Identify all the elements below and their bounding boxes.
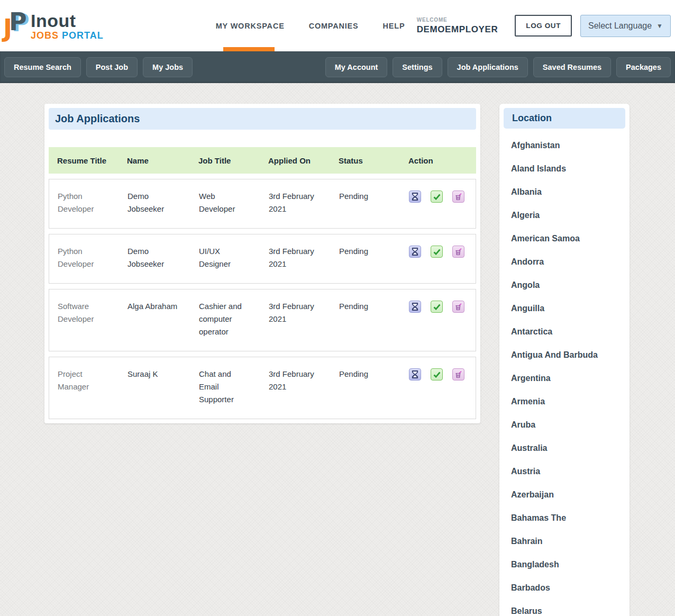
pending-hourglass-icon[interactable] xyxy=(409,368,421,381)
table-row: Software Developer Alga Abraham Cashier … xyxy=(49,289,476,351)
delete-trash-icon[interactable] xyxy=(452,368,464,381)
location-item-afghanistan[interactable]: Afghanistan xyxy=(504,134,625,157)
logout-button[interactable]: LOG OUT xyxy=(515,15,572,37)
location-item-angola[interactable]: Angola xyxy=(504,274,625,297)
logo-j: J xyxy=(3,16,12,40)
col-header-status: Status xyxy=(330,156,402,165)
location-item-andorra[interactable]: Andorra xyxy=(504,250,625,274)
resume-title-link[interactable]: Python Developer xyxy=(49,245,119,270)
post-job-button[interactable]: Post Job xyxy=(86,57,138,77)
delete-trash-icon[interactable] xyxy=(452,301,464,313)
logo-sub-portal: PORTAL xyxy=(62,30,104,41)
job-title: UI/UX Designer xyxy=(190,245,260,270)
location-list: Afghanistan Aland Islands Albania Algeri… xyxy=(504,129,625,616)
location-item-azerbaijan[interactable]: Azerbaijan xyxy=(504,483,625,506)
trash-icon xyxy=(455,248,462,256)
check-icon xyxy=(433,372,441,378)
status-text: Pending xyxy=(331,300,403,313)
location-item-austria[interactable]: Austria xyxy=(504,460,625,483)
pending-hourglass-icon[interactable] xyxy=(409,246,421,258)
my-account-button[interactable]: My Account xyxy=(325,57,388,77)
location-item-aland-islands[interactable]: Aland Islands xyxy=(504,157,625,180)
settings-button[interactable]: Settings xyxy=(393,57,442,77)
applied-on-date: 3rd February 2021 xyxy=(260,245,331,270)
delete-trash-icon[interactable] xyxy=(452,246,464,258)
chevron-down-icon: ▼ xyxy=(656,22,663,30)
location-title-bar: Location xyxy=(504,108,625,129)
nav-my-workspace[interactable]: MY WORKSPACE xyxy=(216,0,285,51)
location-item-anguilla[interactable]: Anguilla xyxy=(504,297,625,320)
col-header-resume-title: Resume Title xyxy=(49,156,118,165)
resume-title-link[interactable]: Python Developer xyxy=(49,190,119,215)
applicant-name: Demo Jobseeker xyxy=(119,245,190,270)
resume-title-link[interactable]: Software Developer xyxy=(49,300,119,325)
logo-name: Inout xyxy=(31,12,104,30)
table-row: Python Developer Demo Jobseeker UI/UX De… xyxy=(49,234,476,284)
applied-on-date: 3rd February 2021 xyxy=(260,368,331,393)
job-title: Cashier and computer operator xyxy=(190,300,260,338)
toolbar-navbar: Resume Search Post Job My Jobs My Accoun… xyxy=(0,51,675,83)
location-item-bahrain[interactable]: Bahrain xyxy=(504,530,625,553)
job-applications-button[interactable]: Job Applications xyxy=(448,57,528,77)
navbar-right-group: My Account Settings Job Applications Sav… xyxy=(325,57,671,77)
resume-title-link[interactable]: Project Manager xyxy=(49,368,119,393)
trash-icon xyxy=(455,193,462,201)
col-header-applied-on: Applied On xyxy=(260,156,330,165)
location-item-antarctica[interactable]: Antarctica xyxy=(504,320,625,343)
trash-icon xyxy=(455,371,462,378)
language-select[interactable]: Select Language ▼ xyxy=(580,15,671,37)
location-item-albania[interactable]: Albania xyxy=(504,180,625,204)
approve-check-icon[interactable] xyxy=(431,301,443,313)
packages-button[interactable]: Packages xyxy=(616,57,671,77)
location-item-australia[interactable]: Australia xyxy=(504,437,625,460)
hourglass-icon xyxy=(412,303,418,311)
location-item-barbados[interactable]: Barbados xyxy=(504,576,625,600)
nav-companies[interactable]: COMPANIES xyxy=(309,0,359,51)
location-item-armenia[interactable]: Armenia xyxy=(504,390,625,413)
main-nav: MY WORKSPACE COMPANIES HELP xyxy=(216,0,405,51)
location-item-bangladesh[interactable]: Bangladesh xyxy=(504,553,625,576)
table-row: Python Developer Demo Jobseeker Web Deve… xyxy=(49,179,476,229)
job-title: Chat and Email Supporter xyxy=(190,368,260,406)
status-text: Pending xyxy=(331,190,403,203)
location-item-antigua-and-barbuda[interactable]: Antigua And Barbuda xyxy=(504,343,625,367)
approve-check-icon[interactable] xyxy=(431,191,443,203)
logo[interactable]: P P J Inout JOBS PORTAL xyxy=(4,8,104,43)
my-jobs-button[interactable]: My Jobs xyxy=(143,57,193,77)
location-item-algeria[interactable]: Algeria xyxy=(504,204,625,227)
job-title: Web Developer xyxy=(190,190,260,215)
delete-trash-icon[interactable] xyxy=(452,191,464,203)
status-text: Pending xyxy=(331,368,403,381)
nav-help[interactable]: HELP xyxy=(383,0,405,51)
language-select-label: Select Language xyxy=(588,21,652,31)
location-item-belarus[interactable]: Belarus xyxy=(504,600,625,616)
location-item-aruba[interactable]: Aruba xyxy=(504,413,625,437)
applicant-name: Demo Jobseeker xyxy=(119,190,190,215)
action-cell xyxy=(403,301,476,313)
approve-check-icon[interactable] xyxy=(431,246,443,258)
logo-sub-jobs: JOBS xyxy=(31,30,59,41)
applicant-name: Alga Abraham xyxy=(119,300,190,313)
location-item-argentina[interactable]: Argentina xyxy=(504,367,625,390)
action-cell xyxy=(403,191,476,203)
saved-resumes-button[interactable]: Saved Resumes xyxy=(533,57,611,77)
location-panel: Location Afghanistan Aland Islands Alban… xyxy=(499,104,630,616)
check-icon xyxy=(433,304,441,310)
location-item-bahamas-the[interactable]: Bahamas The xyxy=(504,506,625,530)
job-applications-panel: Job Applications Resume Title Name Job T… xyxy=(44,104,480,423)
resume-search-button[interactable]: Resume Search xyxy=(4,57,81,77)
pending-hourglass-icon[interactable] xyxy=(409,301,421,313)
table-row: Project Manager Suraaj K Chat and Email … xyxy=(49,357,476,419)
location-item-american-samoa[interactable]: American Samoa xyxy=(504,227,625,250)
applicant-name: Suraaj K xyxy=(119,368,190,381)
hourglass-icon xyxy=(412,248,418,256)
action-cell xyxy=(403,246,476,258)
top-header: P P J Inout JOBS PORTAL MY WORKSPACE COM… xyxy=(0,0,675,51)
status-text: Pending xyxy=(331,245,403,258)
username: DEMOEMPLOYER xyxy=(417,24,498,35)
col-header-action: Action xyxy=(402,156,476,165)
logo-monogram-icon: P P J xyxy=(4,8,28,43)
approve-check-icon[interactable] xyxy=(431,368,443,381)
trash-icon xyxy=(455,303,462,311)
pending-hourglass-icon[interactable] xyxy=(409,191,421,203)
